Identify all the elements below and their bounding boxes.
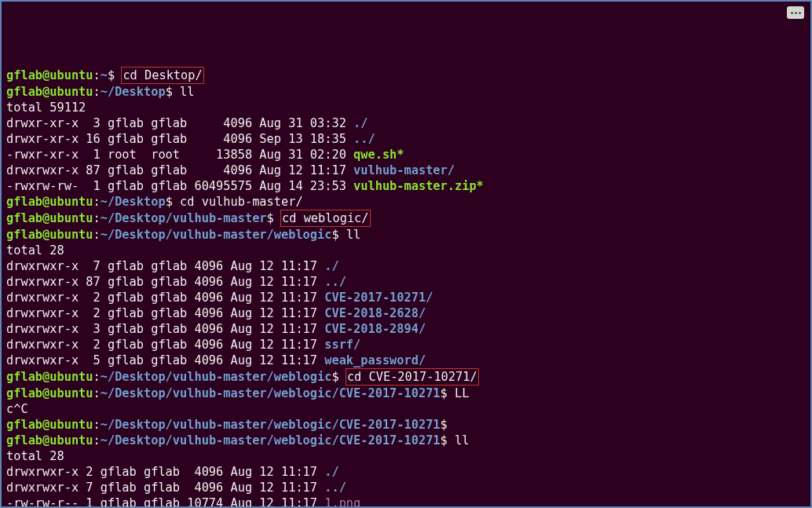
prompt-line: gflab@ubuntu:~/Desktop/vulhub-master/web… <box>6 386 806 401</box>
file-row: drwxrwxr-x 2 gflab gflab 4096 Aug 12 11:… <box>6 305 806 321</box>
prompt-line: gflab@ubuntu:~/Desktop/vulhub-master/web… <box>6 368 806 386</box>
command: cd weblogic/ <box>282 211 369 225</box>
kebab-icon[interactable] <box>787 6 804 19</box>
terminal[interactable]: gflab@ubuntu:~$ cd Desktop/gflab@ubuntu:… <box>6 67 806 508</box>
total-line: total 59112 <box>6 100 806 115</box>
file-row: -rwxrw-rw- 1 gflab gflab 60495575 Aug 14… <box>6 178 806 194</box>
file-row: drwxrwxr-x 2 gflab gflab 4096 Aug 12 11:… <box>6 464 806 480</box>
file-row: drwxrwxr-x 2 gflab gflab 4096 Aug 12 11:… <box>6 290 806 305</box>
prompt-line: gflab@ubuntu:~/Desktop/vulhub-master/web… <box>6 417 806 433</box>
prompt-line: gflab@ubuntu:~/Desktop$ cd vulhub-master… <box>6 194 806 210</box>
file-row: drwxrwxr-x 5 gflab gflab 4096 Aug 12 11:… <box>6 353 806 368</box>
command: cd CVE-2017-10271/ <box>347 370 477 384</box>
output-line: c^C <box>6 401 806 417</box>
file-row: drwxrwxr-x 7 gflab gflab 4096 Aug 12 11:… <box>6 480 806 495</box>
total-line: total 28 <box>6 243 806 258</box>
command: cd Desktop/ <box>123 68 202 82</box>
prompt-line: gflab@ubuntu:~/Desktop$ ll <box>6 84 806 100</box>
file-row: -rwxr-xr-x 1 root root 13858 Aug 31 02:2… <box>6 147 806 163</box>
file-row: drwxrwxr-x 87 gflab gflab 4096 Aug 12 11… <box>6 163 806 178</box>
prompt-line: gflab@ubuntu:~/Desktop/vulhub-master/web… <box>6 227 806 243</box>
file-row: -rw-rw-r-- 1 gflab gflab 10774 Aug 12 11… <box>6 495 806 508</box>
prompt-line: gflab@ubuntu:~/Desktop/vulhub-master/web… <box>6 433 806 448</box>
file-row: drwxr-xr-x 3 gflab gflab 4096 Aug 31 03:… <box>6 115 806 131</box>
file-row: drwxrwxr-x 3 gflab gflab 4096 Aug 12 11:… <box>6 321 806 337</box>
prompt-line: gflab@ubuntu:~$ cd Desktop/ <box>6 67 806 84</box>
file-row: drwxrwxr-x 2 gflab gflab 4096 Aug 12 11:… <box>6 337 806 353</box>
file-row: drwxrwxr-x 87 gflab gflab 4096 Aug 12 11… <box>6 274 806 290</box>
total-line: total 28 <box>6 448 806 464</box>
prompt-line: gflab@ubuntu:~/Desktop/vulhub-master$ cd… <box>6 210 806 227</box>
file-row: drwxr-xr-x 16 gflab gflab 4096 Sep 13 18… <box>6 131 806 147</box>
file-row: drwxrwxr-x 7 gflab gflab 4096 Aug 12 11:… <box>6 258 806 274</box>
